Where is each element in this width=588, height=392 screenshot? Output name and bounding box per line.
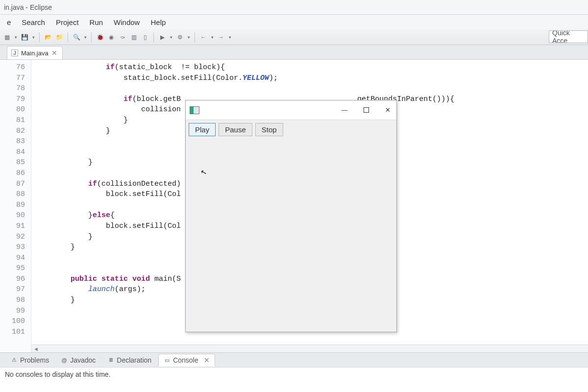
line-number: 97	[0, 284, 25, 295]
toolbar-separator	[68, 32, 68, 42]
declaration-icon: ≣	[107, 357, 114, 364]
skip-icon[interactable]: ⤼	[118, 32, 127, 42]
app-titlebar[interactable]: — ✕	[186, 100, 396, 120]
line-number: 81	[0, 115, 25, 126]
quick-access-placeholder: Quick Acce	[552, 30, 585, 43]
window-title: in.java - Eclipse	[4, 3, 52, 11]
console-empty-message: No consoles to display at this time.	[5, 370, 111, 378]
debug-last-icon[interactable]: 🐞	[95, 32, 105, 42]
dropdown-icon[interactable]: ▾	[31, 35, 36, 40]
mouse-cursor-icon: ↖	[199, 167, 208, 177]
dropdown-icon[interactable]: ▾	[210, 35, 215, 40]
line-number: 87	[0, 179, 25, 190]
view-tab-label: Javadoc	[70, 356, 96, 364]
file-tab-label: Main.java	[21, 49, 49, 57]
line-number: 83	[0, 136, 25, 147]
line-number: 80	[0, 104, 25, 115]
java-app-icon	[190, 106, 199, 114]
open-type-icon[interactable]: 📂	[43, 32, 53, 42]
menu-item-window[interactable]: Window	[109, 16, 145, 28]
scroll-left-icon[interactable]: ◄	[33, 346, 39, 352]
app-button-row: PlayPauseStop	[186, 120, 396, 139]
code-line[interactable]: static_block.setFill(Color.YELLOW);	[35, 73, 588, 84]
menu-bar: eSearchProjectRunWindowHelp	[0, 15, 588, 29]
line-number: 94	[0, 253, 25, 264]
close-icon[interactable]: ✕	[51, 49, 57, 57]
coverage-icon[interactable]: ▥	[129, 32, 139, 42]
line-number: 79	[0, 94, 25, 105]
toolbar-separator	[39, 32, 40, 42]
menu-item-run[interactable]: Run	[85, 16, 108, 28]
main-toolbar: ▦▾💾▾📂📁🔍▾🐞◉⤼▥▯▶▾⚙▾←▾→▾ Quick Acce	[0, 29, 588, 45]
menu-item-help[interactable]: Help	[146, 16, 171, 28]
save-icon[interactable]: 💾	[20, 32, 29, 42]
line-number: 82	[0, 126, 25, 137]
app-content-area[interactable]: ↖	[186, 139, 396, 332]
menu-item-project[interactable]: Project	[51, 16, 84, 28]
view-tab-label: Declaration	[117, 356, 151, 364]
line-number: 78	[0, 83, 25, 94]
new-icon[interactable]: ▦	[2, 32, 12, 42]
menu-item-e[interactable]: e	[2, 16, 16, 28]
pause-button[interactable]: Pause	[219, 123, 252, 136]
file-tab-main-java[interactable]: J Main.java ✕	[7, 46, 63, 59]
line-number: 76	[0, 62, 25, 73]
forward-icon[interactable]: →	[216, 32, 226, 42]
view-tab-declaration[interactable]: ≣Declaration	[102, 354, 156, 366]
javafx-app-window[interactable]: — ✕ PlayPauseStop ↖	[185, 100, 397, 332]
line-number: 96	[0, 274, 25, 285]
line-number: 101	[0, 327, 25, 338]
line-number: 93	[0, 242, 25, 253]
close-icon[interactable]: ✕	[383, 105, 392, 115]
line-number-gutter: 7677787980818283848586878889909192939495…	[0, 60, 31, 352]
dropdown-icon[interactable]: ▾	[169, 35, 173, 40]
dropdown-icon[interactable]: ▾	[186, 35, 191, 40]
view-tab-javadoc[interactable]: @Javadoc	[56, 354, 100, 366]
line-number: 88	[0, 189, 25, 200]
toolbar-separator	[195, 32, 195, 42]
problems-icon: ⚠	[11, 357, 18, 364]
line-number: 100	[0, 316, 25, 327]
stop-button[interactable]: Stop	[255, 123, 283, 136]
horizontal-scrollbar[interactable]: ◄	[31, 344, 588, 352]
quick-access-field[interactable]: Quick Acce	[549, 30, 588, 43]
javadoc-icon: @	[61, 357, 68, 364]
view-tab-problems[interactable]: ⚠Problems	[6, 354, 54, 366]
dropdown-icon[interactable]: ▾	[83, 35, 88, 40]
line-number: 90	[0, 210, 25, 221]
toolbar-separator	[91, 32, 92, 42]
toggle-mark-icon[interactable]: ▯	[140, 32, 150, 42]
close-icon[interactable]: ✕	[204, 356, 210, 364]
line-number: 89	[0, 200, 25, 211]
view-tab-label: Console	[173, 356, 198, 364]
line-number: 77	[0, 73, 25, 84]
line-number: 86	[0, 168, 25, 179]
toggle-breakpoint-icon[interactable]: ◉	[106, 32, 116, 42]
console-icon: ▭	[164, 357, 171, 364]
bottom-view-tabs: ⚠Problems@Javadoc≣Declaration▭Console✕	[0, 353, 588, 368]
back-icon[interactable]: ←	[198, 32, 208, 42]
minimize-icon[interactable]: —	[340, 105, 349, 115]
code-line[interactable]: if(static_block != block){	[35, 62, 588, 73]
view-tab-label: Problems	[20, 356, 49, 364]
view-tab-console[interactable]: ▭Console✕	[158, 354, 215, 367]
code-line[interactable]	[35, 83, 588, 94]
window-controls: — ✕	[340, 105, 392, 115]
run-icon[interactable]: ▶	[157, 32, 167, 42]
dropdown-icon[interactable]: ▾	[13, 35, 18, 40]
java-file-icon: J	[11, 49, 18, 56]
maximize-icon[interactable]	[361, 105, 371, 115]
console-view: No consoles to display at this time.	[0, 368, 588, 392]
line-number: 95	[0, 263, 25, 274]
window-title-bar: in.java - Eclipse	[0, 0, 588, 15]
search-icon[interactable]: 🔍	[72, 32, 81, 42]
dropdown-icon[interactable]: ▾	[227, 35, 232, 40]
play-button[interactable]: Play	[189, 123, 216, 136]
package-icon[interactable]: 📁	[54, 32, 64, 42]
toolbar-separator	[153, 32, 154, 42]
line-number: 85	[0, 157, 25, 168]
external-icon[interactable]: ⚙	[175, 32, 185, 42]
menu-item-search[interactable]: Search	[17, 16, 50, 28]
editor-tabs-row: J Main.java ✕	[0, 45, 588, 60]
line-number: 91	[0, 221, 25, 232]
